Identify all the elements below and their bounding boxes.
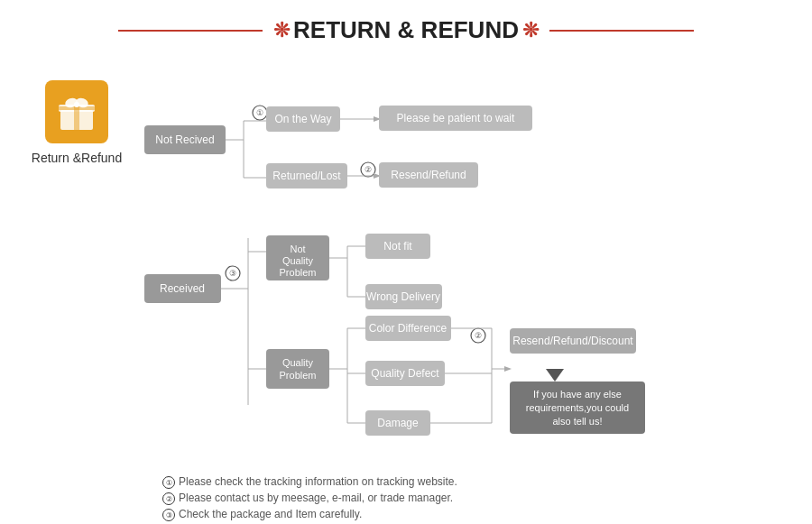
note-text-3: Check the package and Item carefully. bbox=[179, 508, 362, 520]
svg-text:Color Difference: Color Difference bbox=[369, 322, 448, 335]
svg-text:②: ② bbox=[364, 165, 372, 174]
svg-point-6 bbox=[74, 102, 79, 107]
left-panel: Return &Refund bbox=[18, 80, 135, 165]
svg-text:Received: Received bbox=[160, 282, 205, 295]
svg-text:Resend/Refund/Discount: Resend/Refund/Discount bbox=[512, 335, 633, 347]
header-line-right bbox=[549, 30, 694, 32]
not-received-label: Not Recived bbox=[155, 133, 214, 146]
note-circle-2: ② bbox=[162, 492, 175, 505]
svg-marker-69 bbox=[546, 369, 564, 382]
flowchart: Not Recived ① On the Way Please be patie… bbox=[135, 62, 794, 463]
svg-text:Damage: Damage bbox=[377, 417, 419, 429]
flowchart-svg: Not Recived ① On the Way Please be patie… bbox=[135, 62, 749, 459]
svg-text:Problem: Problem bbox=[280, 267, 317, 278]
svg-text:Wrong Delivery: Wrong Delivery bbox=[366, 290, 440, 303]
svg-text:Returned/Lost: Returned/Lost bbox=[272, 170, 341, 182]
header: ❊ RETURN & REFUND ❊ bbox=[0, 16, 812, 44]
svg-text:On the Way: On the Way bbox=[275, 113, 332, 125]
svg-text:requirements,you could: requirements,you could bbox=[526, 402, 629, 413]
svg-text:Problem: Problem bbox=[280, 370, 317, 381]
svg-text:①: ① bbox=[256, 108, 263, 117]
svg-text:Quality: Quality bbox=[282, 357, 314, 368]
svg-text:Quality: Quality bbox=[282, 255, 314, 266]
note-item-2: ② Please contact us by meesage, e-mail, … bbox=[162, 492, 812, 505]
svg-text:Not fit: Not fit bbox=[383, 240, 412, 253]
left-label: Return &Refund bbox=[32, 151, 122, 165]
svg-text:If you have any else: If you have any else bbox=[533, 389, 622, 400]
header-title: ❊ RETURN & REFUND ❊ bbox=[263, 16, 549, 44]
svg-text:②: ② bbox=[475, 331, 482, 340]
svg-text:③: ③ bbox=[229, 269, 236, 278]
note-item-1: ① Please check the tracking information … bbox=[162, 475, 812, 489]
header-line-left bbox=[118, 30, 263, 32]
header-icon-right: ❊ bbox=[522, 19, 539, 42]
header-icon-left: ❊ bbox=[273, 19, 290, 42]
page-title: RETURN & REFUND bbox=[293, 16, 519, 44]
gift-icon bbox=[45, 80, 108, 143]
svg-text:Resend/Refund: Resend/Refund bbox=[391, 169, 466, 181]
note-circle-3: ③ bbox=[162, 509, 175, 521]
note-text-1: Please check the tracking information on… bbox=[179, 475, 457, 488]
note-text-2: Please contact us by meesage, e-mail, or… bbox=[179, 492, 453, 504]
svg-text:also tell us!: also tell us! bbox=[552, 416, 602, 427]
svg-text:Quality Defect: Quality Defect bbox=[371, 367, 439, 380]
note-circle-1: ① bbox=[162, 476, 175, 489]
svg-text:Please be patient to wait: Please be patient to wait bbox=[397, 112, 515, 124]
main-content: Return &Refund Not Recived ① bbox=[0, 53, 812, 463]
note-item-3: ③ Check the package and Item carefully. bbox=[162, 508, 812, 521]
svg-rect-46 bbox=[266, 349, 329, 389]
footer-notes: ① Please check the tracking information … bbox=[0, 475, 812, 524]
svg-text:Not: Not bbox=[290, 244, 305, 254]
gift-svg bbox=[55, 90, 98, 133]
